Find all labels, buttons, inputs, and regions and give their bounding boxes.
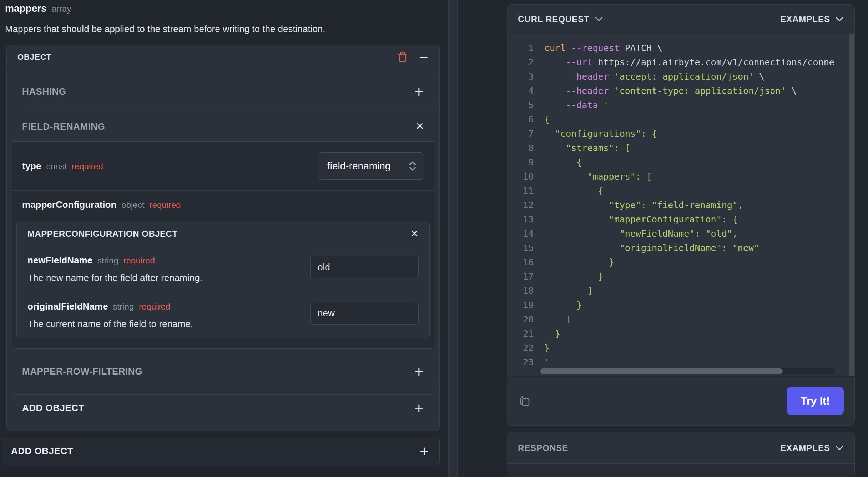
code-line-text: "type": "field-renaming", xyxy=(544,198,743,212)
add-object-row-inner[interactable]: ADD OBJECT + xyxy=(12,394,434,421)
line-number: 5 xyxy=(516,98,534,112)
section-row-hashing[interactable]: HASHING + xyxy=(12,78,434,105)
code-line: 20 ] xyxy=(516,312,847,327)
code-line-text: } xyxy=(544,298,582,312)
original-field-name-kind: string xyxy=(113,302,134,312)
code-line: 14 "newFieldName": "old", xyxy=(516,227,847,241)
add-object-row-outer[interactable]: ADD OBJECT + xyxy=(1,437,440,465)
line-number: 12 xyxy=(516,198,534,212)
code-line: 21 } xyxy=(516,327,847,341)
try-it-button[interactable]: Try It! xyxy=(787,387,844,415)
new-field-name-required: required xyxy=(123,256,155,266)
line-number: 21 xyxy=(516,327,534,341)
code-line: 19 } xyxy=(516,298,847,312)
left-pane-scrollbar[interactable] xyxy=(448,0,458,477)
close-mapper-configuration-button[interactable]: ✕ xyxy=(410,229,419,239)
chevron-down-icon xyxy=(595,16,603,22)
code-line-text: } xyxy=(544,341,550,355)
code-line-text: { xyxy=(544,155,582,170)
type-select-value: field-renaming xyxy=(327,160,390,172)
type-select[interactable]: field-renaming xyxy=(318,152,424,180)
code-line-text: "mappers": [ xyxy=(544,170,652,184)
code-line-text: --url https://api.airbyte.com/v1/connect… xyxy=(544,55,834,70)
line-number: 14 xyxy=(516,227,534,241)
code-line-text: --data ' xyxy=(544,98,609,112)
curl-request-footer: Try It! xyxy=(507,376,854,425)
line-number: 3 xyxy=(516,70,534,84)
code-line-text: } xyxy=(544,270,604,284)
new-field-name-kind: string xyxy=(97,256,118,266)
response-body xyxy=(507,464,854,477)
code-vertical-scrollbar[interactable] xyxy=(849,34,854,376)
new-field-name-row: newFieldName string required The new nam… xyxy=(17,246,429,292)
curl-request-dropdown[interactable]: CURL REQUEST xyxy=(518,14,603,24)
add-object-inner-label: ADD OBJECT xyxy=(22,402,84,413)
code-line: 23' xyxy=(516,355,847,370)
chevron-down-icon xyxy=(835,445,844,451)
line-number: 13 xyxy=(516,212,534,227)
code-line-text: ] xyxy=(544,312,571,327)
code-line: 16 } xyxy=(516,255,847,270)
request-column: CURL REQUEST EXAMPLES 1curl --request PA… xyxy=(507,4,855,477)
collapse-object-button[interactable]: − xyxy=(419,51,429,63)
code-line: 12 "type": "field-renaming", xyxy=(516,198,847,212)
line-number: 7 xyxy=(516,127,534,141)
code-horizontal-scrollbar-thumb[interactable] xyxy=(540,368,783,374)
mapper-configuration-name: mapperConfiguration xyxy=(22,199,116,210)
type-field-name: type xyxy=(22,161,41,172)
code-line: 2 --url https://api.airbyte.com/v1/conne… xyxy=(516,55,847,70)
code-line: 5 --data ' xyxy=(516,98,847,112)
type-field-required: required xyxy=(72,161,103,171)
mapper-configuration-section: mapperConfiguration object required MAPP… xyxy=(12,191,434,348)
curl-request-header: CURL REQUEST EXAMPLES xyxy=(507,5,854,34)
mapper-configuration-required: required xyxy=(149,200,181,210)
line-number: 16 xyxy=(516,255,534,270)
delete-object-button[interactable] xyxy=(397,51,408,63)
plus-icon: + xyxy=(414,365,424,377)
code-line: 7 "configurations": { xyxy=(516,127,847,141)
code-line: 13 "mapperConfiguration": { xyxy=(516,212,847,227)
original-field-name-input[interactable] xyxy=(310,302,419,325)
response-examples-label: EXAMPLES xyxy=(780,443,830,453)
pane-divider xyxy=(465,0,465,477)
copy-icon xyxy=(518,395,531,407)
plus-icon: + xyxy=(419,445,430,457)
new-field-name-input[interactable] xyxy=(310,256,419,278)
chevron-up-down-icon xyxy=(409,161,417,171)
line-number: 19 xyxy=(516,298,534,312)
code-line: 18 ] xyxy=(516,284,847,298)
code-line-text: { xyxy=(544,112,550,127)
field-type-badge: array xyxy=(52,4,71,14)
schema-form-column: mappers array Mappers that should be app… xyxy=(0,0,440,465)
response-title: RESPONSE xyxy=(518,443,568,453)
curl-request-panel: CURL REQUEST EXAMPLES 1curl --request PA… xyxy=(507,4,855,426)
code-line: 3 --header 'accept: application/json' \ xyxy=(516,70,847,84)
line-number: 18 xyxy=(516,284,534,298)
mapper-configuration-panel: MAPPERCONFIGURATION OBJECT ✕ newFieldNam… xyxy=(16,221,430,338)
line-number: 22 xyxy=(516,341,534,355)
original-field-name-description: The current name of the field to rename. xyxy=(27,318,193,330)
section-row-mapper-row-filtering[interactable]: MAPPER-ROW-FILTERING + xyxy=(12,358,434,385)
request-examples-label: EXAMPLES xyxy=(780,14,830,24)
copy-code-button[interactable] xyxy=(518,395,531,407)
line-number: 10 xyxy=(516,170,534,184)
code-line: 4 --header 'content-type: application/js… xyxy=(516,84,847,98)
code-line-text: "streams": [ xyxy=(544,141,630,155)
line-number: 11 xyxy=(516,184,534,198)
code-line-text: --header 'content-type: application/json… xyxy=(544,84,797,98)
new-field-name-label: newFieldName xyxy=(27,255,92,266)
object-panel-header: OBJECT − xyxy=(7,45,439,69)
request-examples-dropdown[interactable]: EXAMPLES xyxy=(780,14,844,24)
field-title: mappers array xyxy=(0,0,440,14)
plus-icon: + xyxy=(414,85,424,97)
chevron-down-icon xyxy=(835,16,844,22)
response-examples-dropdown[interactable]: EXAMPLES xyxy=(780,443,844,453)
line-number: 9 xyxy=(516,155,534,170)
response-header: RESPONSE EXAMPLES xyxy=(507,432,854,464)
code-line: 22} xyxy=(516,341,847,355)
field-renaming-header[interactable]: FIELD-RENAMING ✕ xyxy=(12,111,434,142)
code-line: 6{ xyxy=(516,112,847,127)
mapper-configuration-panel-title: MAPPERCONFIGURATION OBJECT xyxy=(27,229,178,239)
code-line: 17 } xyxy=(516,270,847,284)
line-number: 15 xyxy=(516,241,534,255)
